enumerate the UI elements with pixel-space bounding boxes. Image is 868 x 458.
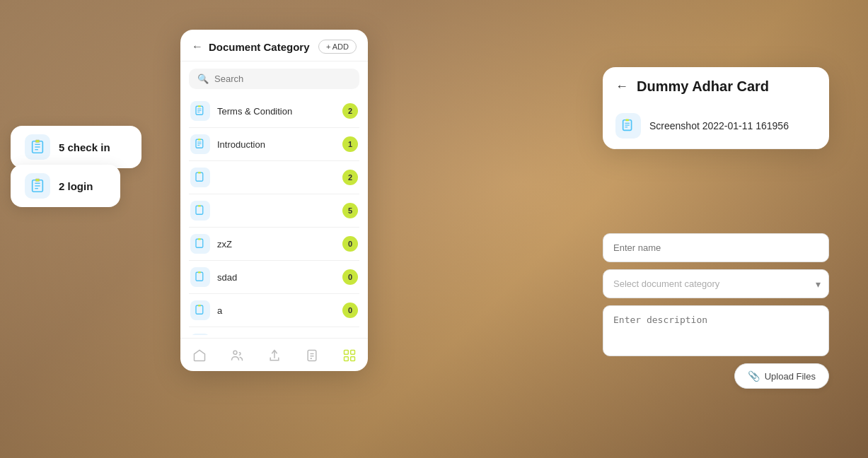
category-select-wrapper: Select document category ▾	[603, 269, 829, 298]
item-label: zxZ	[217, 239, 232, 249]
list-item[interactable]: as 1	[180, 327, 368, 335]
svg-rect-45	[344, 357, 348, 361]
add-button[interactable]: + ADD	[318, 40, 357, 54]
svg-rect-44	[350, 351, 354, 355]
doc-icon	[190, 101, 210, 121]
bottom-navigation	[180, 338, 368, 371]
item-badge: 0	[342, 236, 358, 252]
list-item[interactable]: Terms & Condition 2	[180, 95, 368, 127]
adhar-file-name: Screenshot 2022-01-11 161956	[649, 120, 789, 131]
search-icon: 🔍	[197, 74, 209, 84]
doc-icon	[190, 168, 210, 187]
description-textarea[interactable]	[603, 305, 829, 356]
adhar-card-panel: ← Dummy Adhar Card Screenshot 2022-01-11…	[603, 67, 829, 149]
checkin-card-icon	[25, 134, 50, 160]
svg-rect-29	[198, 305, 201, 306]
adhar-file-row[interactable]: Screenshot 2022-01-11 161956	[615, 105, 816, 149]
svg-rect-25	[198, 238, 201, 240]
paperclip-icon: 📎	[748, 370, 760, 382]
upload-button-label: Upload Files	[765, 371, 816, 382]
document-category-panel: ← Document Category + ADD 🔍	[180, 30, 368, 371]
doc-icon	[190, 300, 210, 320]
svg-rect-19	[198, 139, 201, 140]
login-card: 2 login	[11, 165, 120, 207]
panel-header-left: ← Document Category	[192, 40, 310, 53]
upload-btn-container: 📎 Upload Files	[603, 363, 829, 389]
list-item[interactable]: Introduction 1	[180, 128, 368, 160]
doc-icon	[190, 267, 210, 287]
svg-rect-20	[196, 172, 203, 181]
search-input[interactable]	[214, 74, 351, 84]
list-item[interactable]: a 0	[180, 294, 368, 327]
item-label: a	[217, 305, 222, 316]
svg-rect-27	[198, 271, 201, 273]
adhar-file-icon	[615, 113, 641, 139]
category-select[interactable]: Select document category	[603, 269, 829, 298]
nav-grid[interactable]	[340, 346, 359, 365]
svg-rect-39	[308, 351, 316, 361]
panel-title: Document Category	[209, 41, 310, 53]
svg-rect-22	[196, 206, 203, 214]
list-item[interactable]: 2	[180, 161, 368, 194]
panel-header: ← Document Category + ADD	[180, 30, 368, 61]
svg-rect-4	[35, 140, 40, 143]
svg-rect-14	[198, 105, 201, 107]
svg-rect-43	[344, 351, 348, 355]
item-badge: 0	[342, 269, 358, 285]
doc-icon	[190, 134, 210, 154]
item-badge: 5	[342, 203, 358, 218]
svg-rect-21	[198, 172, 201, 173]
doc-icon	[190, 201, 210, 221]
back-button[interactable]: ←	[192, 40, 203, 53]
checkin-label: 5 check in	[59, 141, 110, 153]
nav-home[interactable]	[190, 346, 209, 365]
adhar-back-button[interactable]: ←	[615, 79, 628, 94]
login-card-icon	[25, 173, 50, 199]
item-label: Terms & Condition	[217, 106, 292, 117]
search-bar[interactable]: 🔍	[189, 69, 359, 89]
svg-rect-9	[35, 179, 40, 182]
list-item[interactable]: sdad 0	[180, 261, 368, 293]
doc-icon	[190, 234, 210, 254]
nav-share[interactable]	[265, 346, 284, 365]
category-list: Terms & Condition 2 Introduction	[180, 95, 368, 335]
svg-point-38	[233, 351, 237, 354]
upload-files-button[interactable]: 📎 Upload Files	[734, 363, 829, 389]
nav-users[interactable]	[227, 346, 247, 365]
item-badge: 0	[342, 303, 358, 318]
doc-icon	[190, 334, 210, 335]
item-label: sdad	[217, 272, 237, 283]
add-button-label: + ADD	[326, 42, 349, 51]
item-label: Introduction	[217, 139, 265, 150]
name-input[interactable]	[603, 233, 829, 262]
nav-documents[interactable]	[302, 346, 322, 365]
svg-rect-28	[196, 305, 203, 314]
svg-rect-51	[625, 119, 629, 121]
svg-rect-46	[350, 357, 354, 361]
list-item[interactable]: 5	[180, 194, 368, 227]
svg-rect-26	[196, 272, 203, 281]
svg-rect-23	[198, 205, 201, 206]
adhar-header: ← Dummy Adhar Card	[615, 78, 816, 95]
login-label: 2 login	[59, 180, 93, 192]
item-badge: 2	[342, 103, 358, 119]
checkin-card: 5 check in	[11, 126, 141, 168]
list-item[interactable]: zxZ 0	[180, 228, 368, 260]
adhar-title: Dummy Adhar Card	[637, 78, 769, 95]
svg-rect-24	[196, 239, 203, 247]
item-badge: 2	[342, 170, 358, 185]
form-panel: Select document category ▾ 📎 Upload File…	[603, 233, 829, 389]
item-badge: 1	[342, 136, 358, 152]
